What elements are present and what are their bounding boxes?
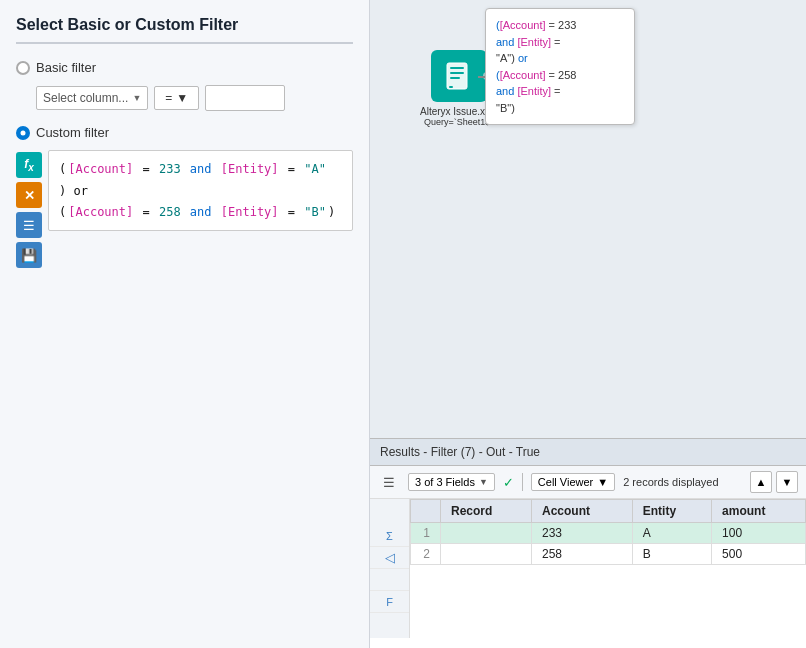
custom-filter-buttons: fx ✕ ☰ 💾 [16,152,42,268]
results-header: Results - Filter (7) - Out - True [370,439,806,466]
svg-rect-0 [447,63,467,89]
row-icon-sigma: Σ [370,525,409,547]
cell-viewer-arrow: ▼ [597,476,608,488]
delete-button[interactable]: ✕ [16,182,42,208]
formula-button[interactable]: fx [16,152,42,178]
right-panel: Alteryx Issue.xlsx Query=`Sheet1$` A T F… [370,0,806,648]
eq-4: = [281,202,303,222]
row-icon-f[interactable]: F [370,591,409,613]
basic-filter-label: Basic filter [36,60,96,75]
and-2: and [183,202,219,222]
popup-val-a: "A") [496,52,518,64]
scroll-up-button[interactable]: ▲ [750,471,772,493]
list-icon: ☰ [23,218,35,233]
cell-entity-1: A [632,523,711,544]
fields-dropdown-arrow: ▼ [479,477,488,487]
check-icon: ✓ [503,475,514,490]
results-panel: Results - Filter (7) - Out - True ☰ 3 of… [370,438,806,648]
cell-record-2 [441,544,532,565]
records-count: 2 records displayed [623,476,718,488]
col-header-num [411,500,441,523]
paren-open-2: ( [59,202,66,222]
cell-amount-2: 500 [712,544,806,565]
scroll-buttons: ▲ ▼ [750,471,798,493]
popup-val-b: "B") [496,102,515,114]
value-input[interactable] [205,85,285,111]
fields-selector[interactable]: 3 of 3 Fields ▼ [408,473,495,491]
cell-record-1 [441,523,532,544]
column-select-text: Select column... [43,91,128,105]
popup-or: or [518,52,528,64]
popup-and1: and [496,36,517,48]
svg-rect-2 [449,86,453,88]
popup-account: [Account] [500,19,546,31]
table-wrapper: Record Account Entity amount 1 233 A 10 [410,499,806,638]
popup-entity1: [Entity] [517,36,551,48]
popup-entity2: [Entity] [517,85,551,97]
cell-entity-2: B [632,544,711,565]
popup-eq1: = 233 [546,19,577,31]
col-header-record: Record [441,500,532,523]
val-b: "B" [304,202,326,222]
row-icons-column: Σ ◁ F [370,499,410,638]
cell-viewer-label: Cell Viewer [538,476,593,488]
cell-account-1: 233 [532,523,633,544]
eq-3: = [135,202,157,222]
column-select[interactable]: Select column... ▼ [36,86,148,110]
formula-icon: fx [24,157,34,173]
custom-filter-row: fx ✕ ☰ 💾 ([Account] = 233 and [Entity] =… [16,150,353,268]
row-icon-2 [370,569,409,591]
column-select-arrow: ▼ [132,93,141,103]
save-button[interactable]: 💾 [16,242,42,268]
formula-line-2: ([Account] = 258 and [Entity] = "B") [59,202,342,222]
paren-or: ) or [59,181,88,201]
custom-filter-option[interactable]: Custom filter [16,125,353,140]
entity-field-2: [Entity] [221,202,279,222]
operator-select[interactable]: = ▼ [154,86,199,110]
val-a: "A" [304,159,326,179]
formula-editor[interactable]: ([Account] = 233 and [Entity] = "A") or … [48,150,353,231]
scroll-down-button[interactable]: ▼ [776,471,798,493]
custom-filter-label: Custom filter [36,125,109,140]
save-icon: 💾 [21,248,37,263]
formula-line-1: ([Account] = 233 and [Entity] = "A") or [59,159,342,202]
table-row: 2 258 B 500 [411,544,806,565]
row-num-2: 2 [411,544,441,565]
xlsx-icon [443,60,475,92]
toolbar-divider [522,473,523,491]
basic-filter-radio[interactable] [16,61,30,75]
popup-eq2: = 258 [546,69,577,81]
operator-arrow: ▼ [176,91,188,105]
delete-icon: ✕ [24,188,35,203]
paren-open-1: ( [59,159,66,179]
eq-2: = [281,159,303,179]
account-field-2: [Account] [68,202,133,222]
popup-and2: and [496,85,517,97]
col-header-account: Account [532,500,633,523]
basic-filter-controls: Select column... ▼ = ▼ [36,85,353,111]
table-row: 1 233 A 100 [411,523,806,544]
cell-account-2: 258 [532,544,633,565]
entity-field-1: [Entity] [221,159,279,179]
and-1: and [183,159,219,179]
results-toolbar: ☰ 3 of 3 Fields ▼ ✓ Cell Viewer ▼ 2 reco… [370,466,806,499]
basic-filter-option[interactable]: Basic filter [16,60,353,75]
table-header-row: Record Account Entity amount [411,500,806,523]
toolbar-settings-icon[interactable]: ☰ [378,471,400,493]
canvas-area: Alteryx Issue.xlsx Query=`Sheet1$` A T F… [370,0,806,438]
left-panel: Select Basic or Custom Filter Basic filt… [0,0,370,648]
paren-close-2: ) [328,202,335,222]
account-field-1: [Account] [68,159,133,179]
col-header-amount: amount [712,500,806,523]
results-table: Σ ◁ F Record Account Entity amount [370,499,806,638]
operator-text: = [165,91,172,105]
row-icon-1[interactable]: ◁ [370,547,409,569]
list-button[interactable]: ☰ [16,212,42,238]
panel-title: Select Basic or Custom Filter [16,16,353,44]
row-num-1: 1 [411,523,441,544]
cell-viewer-button[interactable]: Cell Viewer ▼ [531,473,615,491]
fields-label: 3 of 3 Fields [415,476,475,488]
custom-filter-radio[interactable] [16,126,30,140]
cell-amount-1: 100 [712,523,806,544]
popup-account2: [Account] [500,69,546,81]
